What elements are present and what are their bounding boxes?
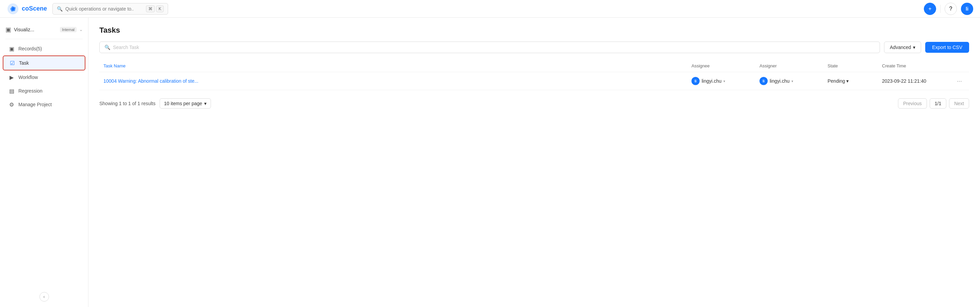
page-size-label: 10 items per page [164,101,202,106]
sidebar-item-regression[interactable]: ▤ Regression [3,84,86,98]
main-content: Tasks 🔍 Advanced ▾ Export to CSV Task Na… [89,18,980,307]
tasks-table: Task Name Assignee Assigner State Create… [99,60,969,90]
export-csv-button[interactable]: Export to CSV [925,42,969,53]
logo[interactable]: coScene [7,3,47,15]
advanced-label: Advanced [890,45,911,50]
page-size-arrow-icon: ▾ [204,101,207,106]
org-switcher[interactable]: ▣ Visualiz... Internal ⌄ [0,23,88,39]
assignee-chevron-icon[interactable]: ▾ [724,79,725,83]
cell-assigner: li lingyi.chu ▾ [756,77,824,85]
sidebar-item-manage-project[interactable]: ⚙ Manage Project [3,98,86,111]
org-icon: ▣ [5,26,11,33]
pagination-bar: Showing 1 to 1 of 1 results 10 items per… [99,99,969,108]
manage-project-icon: ⚙ [8,101,15,108]
add-button[interactable]: + [924,3,936,15]
cell-create-time: 2023-09-22 11:21:40 [878,78,953,84]
keyboard-hint: ⌘ K [146,5,164,12]
col-header-assigner: Assigner [756,63,824,68]
logo-text: coScene [22,5,47,12]
org-badge: Internal [60,27,76,32]
sidebar-item-label-manage-project: Manage Project [18,102,52,107]
search-task-icon: 🔍 [105,45,110,50]
assigner-cell: li lingyi.chu ▾ [759,77,819,85]
user-avatar[interactable]: li [961,3,973,15]
advanced-arrow-icon: ▾ [913,45,915,50]
global-search-bar[interactable]: 🔍 ⌘ K [52,3,168,14]
assignee-cell: li lingyi.chu ▾ [692,77,751,85]
search-task-input[interactable] [113,45,875,50]
sidebar-item-workflow[interactable]: ▶ Workflow [3,70,86,84]
table-header: Task Name Assignee Assigner State Create… [99,60,969,72]
org-name: Visualiz... [14,27,57,32]
state-value: Pending [827,78,845,84]
records-icon: ▣ [8,45,15,52]
col-header-create-time: Create Time [878,63,953,68]
sidebar-item-label-regression: Regression [18,88,43,94]
sidebar-divider [5,39,83,39]
nav-right: + ? li [924,3,973,15]
results-text: Showing 1 to 1 of 1 results [99,101,156,106]
advanced-button[interactable]: Advanced ▾ [884,41,921,53]
kbd-k: K [156,5,164,12]
global-search-input[interactable] [65,6,134,11]
sidebar-item-task[interactable]: ☑ Task [3,56,86,70]
task-name-link[interactable]: 10004 Warning: Abnormal calibration of s… [103,78,198,84]
cell-actions: ··· [953,78,969,85]
cell-assignee: li lingyi.chu ▾ [687,77,756,85]
assigner-chevron-icon[interactable]: ▾ [791,79,793,83]
search-task-bar[interactable]: 🔍 [99,41,880,53]
assigner-name: lingyi.chu [770,78,789,84]
nav-divider [940,5,940,13]
org-arrow-icon: ⌄ [79,27,83,32]
state-badge: Pending ▾ [827,78,849,84]
assignee-name: lingyi.chu [702,78,721,84]
page-indicator: 1/1 [930,99,946,108]
logo-icon [7,3,19,15]
help-button[interactable]: ? [945,3,957,15]
sidebar-item-label-workflow: Workflow [18,75,38,80]
col-header-actions [953,63,969,68]
toolbar: 🔍 Advanced ▾ Export to CSV [99,41,969,53]
col-header-task-name: Task Name [99,63,687,68]
workflow-icon: ▶ [8,74,15,81]
previous-button[interactable]: Previous [898,99,927,108]
state-chevron-icon[interactable]: ▾ [846,78,849,84]
kbd-cmd: ⌘ [146,5,155,12]
row-more-button[interactable]: ··· [957,78,962,85]
pagination-controls: Previous 1/1 Next [898,99,969,108]
task-icon: ☑ [9,60,16,66]
table-row: 10004 Warning: Abnormal calibration of s… [99,72,969,90]
regression-icon: ▤ [8,87,15,94]
page-title: Tasks [99,26,969,35]
sidebar: ▣ Visualiz... Internal ⌄ ▣ Records(5) ☑ … [0,18,89,307]
cell-state: Pending ▾ [824,78,878,84]
assigner-avatar: li [759,77,768,85]
col-header-state: State [824,63,878,68]
sidebar-item-label-task: Task [19,60,29,66]
page-size-selector[interactable]: 10 items per page ▾ [159,99,211,108]
cell-task-name: 10004 Warning: Abnormal calibration of s… [99,78,687,84]
topnav: coScene 🔍 ⌘ K + ? li [0,0,980,18]
layout: ▣ Visualiz... Internal ⌄ ▣ Records(5) ☑ … [0,18,980,307]
search-icon: 🔍 [57,6,63,11]
sidebar-collapse-button[interactable]: ‹ [40,292,49,302]
col-header-assignee: Assignee [687,63,756,68]
sidebar-item-records[interactable]: ▣ Records(5) [3,42,86,56]
assignee-avatar: li [692,77,700,85]
sidebar-item-label-records: Records(5) [18,46,42,51]
next-button[interactable]: Next [949,99,969,108]
